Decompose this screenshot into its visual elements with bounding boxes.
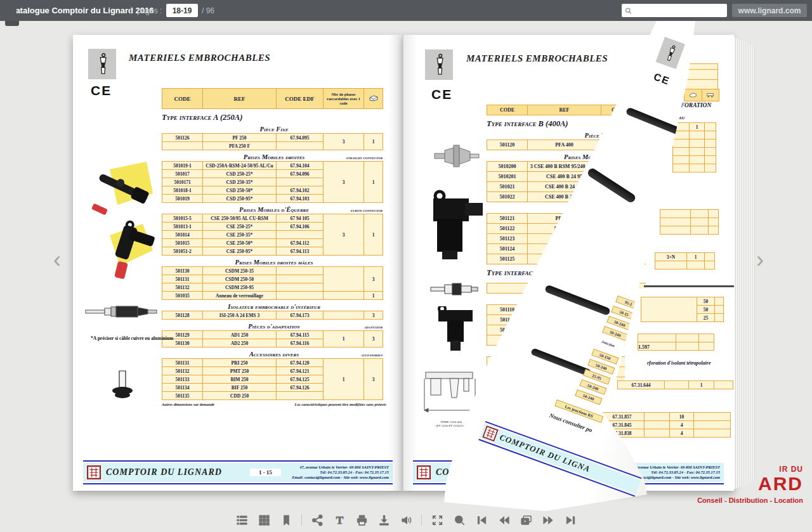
table-cell: 67.94.112 (277, 239, 324, 247)
table-cell: 1 (364, 292, 383, 300)
table-cell (645, 421, 670, 429)
table-cell: 3 (324, 162, 364, 203)
table-cell: 25 (697, 314, 715, 322)
footer-band: COMPTOIR DU LIGNARD 1 - 15 47, avenue Ur… (83, 463, 393, 482)
prev-page-arrow[interactable]: ‹ (53, 250, 61, 269)
address-line1: 47, avenue Urbain le Verrier- 69 800 SAI… (299, 465, 389, 469)
catalog-table: 501019-1CSD-250A-RSM-24-50/95 AL/Cu67.94… (162, 161, 383, 203)
section-heading-label: Pièce Fixe (260, 126, 289, 133)
table-cell: 67.94.106 (277, 223, 324, 231)
address-line1: 47, avenue Urbain le Verrier- 69 800 SAI… (631, 465, 720, 469)
table-cell (690, 148, 705, 156)
prev-page-icon (498, 514, 510, 526)
table-row: 1 (673, 123, 716, 131)
table-cell (645, 413, 670, 421)
table-cell: 67.94.125 (277, 375, 324, 384)
table-row: 3+N1 (655, 253, 715, 261)
prev-page-button[interactable] (497, 513, 511, 527)
male-connector-drawing (84, 304, 159, 319)
zoom-in-button[interactable] (452, 513, 466, 527)
catalog-table: 501131PRI 25067.94.12013501132PMT 25067.… (162, 358, 383, 400)
thumbnails-button[interactable] (257, 513, 271, 527)
table-cell (694, 429, 731, 438)
text-icon: T (334, 514, 346, 526)
site-link-button[interactable]: www.lignard.com (732, 4, 807, 17)
next-page-arrow[interactable]: › (756, 250, 764, 269)
table-cell (660, 226, 691, 235)
next-page-icon-cells (684, 89, 719, 101)
table-cell (277, 292, 324, 300)
bookmark-icon (280, 514, 292, 526)
table-cell: CSD 250-25* (203, 170, 277, 178)
box-icon (684, 89, 702, 101)
fullscreen-button[interactable] (430, 513, 444, 527)
table-cell: CSDM 250-50 (203, 275, 277, 283)
left-page: MATERIELS EMBROCHABLES CE CODE REF CODE … (73, 35, 403, 491)
table-cell: 501131 (162, 359, 203, 367)
col-phases: Nbr de phases raccordables avec 1 code (324, 89, 364, 109)
table-row (673, 148, 716, 156)
bookmark-button[interactable] (279, 513, 293, 527)
table-cell: 67.94.096 (277, 170, 324, 178)
next-page-subtitle-fragment: AU (679, 115, 685, 120)
print-button[interactable] (355, 513, 369, 527)
table-row (673, 131, 716, 139)
table-cell: 10 (670, 413, 694, 421)
catalog-table: 1 (672, 122, 716, 172)
footer-brand: COMPTOIR DU LIGNA (498, 432, 591, 475)
first-page-button[interactable] (475, 513, 488, 527)
next-page-button[interactable] (541, 513, 555, 527)
table-cell (673, 164, 690, 172)
table-cell (660, 218, 691, 226)
audio-button[interactable] (399, 513, 413, 527)
table-row: 501015-5CSE 250-50/95 AL CU-RSM67 94 105… (162, 214, 383, 223)
table-cell: 501124 (487, 244, 528, 254)
section-heading-en: adaptator (364, 325, 383, 329)
black-elbow-connector-photo (429, 182, 485, 261)
table-cell: 67.94.173 (277, 311, 324, 320)
fullscreen-icon (431, 514, 443, 526)
table-cell (709, 210, 719, 218)
last-page-button[interactable] (563, 513, 577, 527)
pages-input[interactable] (166, 4, 198, 17)
slideshow-button[interactable] (519, 513, 533, 527)
table-cell: 67.31.644 (618, 381, 665, 389)
cable-note: *A préciser si câble cuivre ou aluminium (91, 335, 173, 341)
search-box[interactable] (622, 4, 727, 17)
table-cell: CSE 250-50* (203, 239, 277, 247)
address-line3: Email: contact@lignard.com - Site web: w… (292, 475, 389, 479)
table-cell: BIM 250 (203, 375, 277, 384)
table-cell (638, 334, 676, 342)
section-heading: Pièces d'adaptationadaptator (162, 323, 386, 330)
table-cell: 1 (364, 214, 383, 256)
table-cell: 1 (687, 253, 705, 261)
type-heading-a: Type interface A (250A) (162, 113, 386, 122)
search-input[interactable] (632, 7, 727, 15)
text-button[interactable]: T (332, 513, 346, 527)
table-cell: 501014 (162, 231, 203, 239)
table-cell: 501121 (487, 214, 528, 224)
table-row (660, 218, 719, 226)
toc-button[interactable] (235, 513, 249, 527)
toolbar-separator (301, 514, 302, 526)
toolbar-separator (421, 514, 422, 526)
plug-icon (94, 53, 110, 75)
catalog-title: Catalogue Comptoir du Lignard 2016 (16, 6, 154, 15)
plug-icon (661, 42, 679, 64)
table-header: CODE REF CODE EDF Nbr de phases raccorda… (162, 88, 383, 109)
table-cell (277, 142, 324, 150)
last-page-icon (565, 514, 577, 526)
first-page-icon (476, 514, 488, 526)
chapter-icon-box (656, 37, 685, 69)
table-cell (277, 178, 324, 186)
table-cell: 501125 (487, 254, 528, 264)
table-cell (691, 218, 709, 226)
download-button[interactable] (377, 513, 391, 527)
header-pull-tab[interactable] (5, 21, 19, 26)
table-cell (277, 231, 324, 239)
share-button[interactable] (310, 513, 324, 527)
table-cell: 5010171 (162, 178, 203, 186)
table-cell: 67.94.126 (277, 384, 324, 392)
audio-icon (400, 514, 412, 526)
footer-address: 47, avenue Urbain le Verrier- 69 800 SAI… (292, 465, 389, 480)
